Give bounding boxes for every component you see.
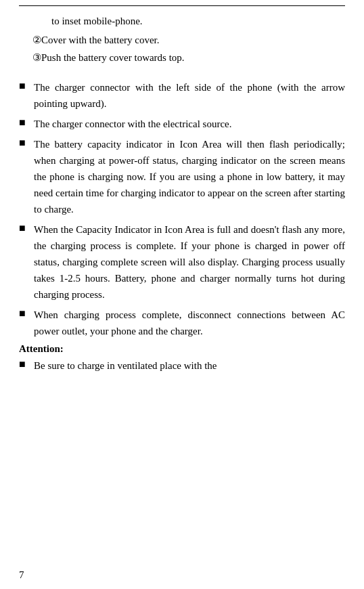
bullet-icon-5: ■ (19, 307, 34, 320)
bullet-section: ■ The charger connector with the left si… (19, 79, 345, 339)
attention-bullet-icon: ■ (19, 358, 34, 370)
bullet-text-5: When charging process complete, disconne… (34, 307, 345, 339)
list-item: ■ When the Capacity Indicator in Icon Ar… (19, 221, 345, 303)
bullet-text-3: The battery capacity indicator in Icon A… (34, 136, 345, 217)
step3-text: ③Push the battery cover towards top. (32, 49, 345, 66)
bullet-icon-3: ■ (19, 137, 34, 149)
list-item: ■ The charger connector with the electri… (19, 116, 345, 132)
bullet-icon-2: ■ (19, 116, 34, 129)
step2-text: ②Cover with the battery cover. (32, 32, 345, 48)
bullet-icon-1: ■ (19, 80, 34, 92)
intro-indent-text: to inset mobile-phone. (51, 13, 345, 29)
list-item: ■ The battery capacity indicator in Icon… (19, 136, 345, 217)
list-item: ■ The charger connector with the left si… (19, 79, 345, 112)
bullet-icon-4: ■ (19, 222, 34, 234)
page-container: to inset mobile-phone. ②Cover with the b… (0, 0, 364, 589)
top-border (19, 5, 345, 6)
attention-bullet-item: ■ Be sure to charge in ventilated place … (19, 357, 345, 374)
attention-bullet-text: Be sure to charge in ventilated place wi… (34, 357, 345, 374)
bullet-text-2: The charger connector with the electrica… (34, 116, 345, 132)
bullet-text-4: When the Capacity Indicator in Icon Area… (34, 221, 345, 303)
bullet-text-1: The charger connector with the left side… (34, 79, 345, 112)
page-number: 7 (19, 569, 24, 581)
list-item: ■ When charging process complete, discon… (19, 307, 345, 339)
attention-label: Attention: (19, 343, 345, 355)
